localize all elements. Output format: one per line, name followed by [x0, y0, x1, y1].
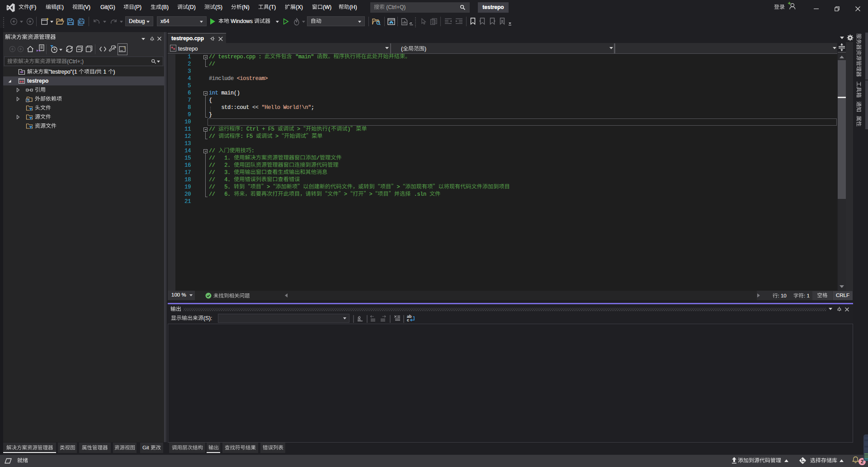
svg-text:c: c	[407, 318, 409, 322]
